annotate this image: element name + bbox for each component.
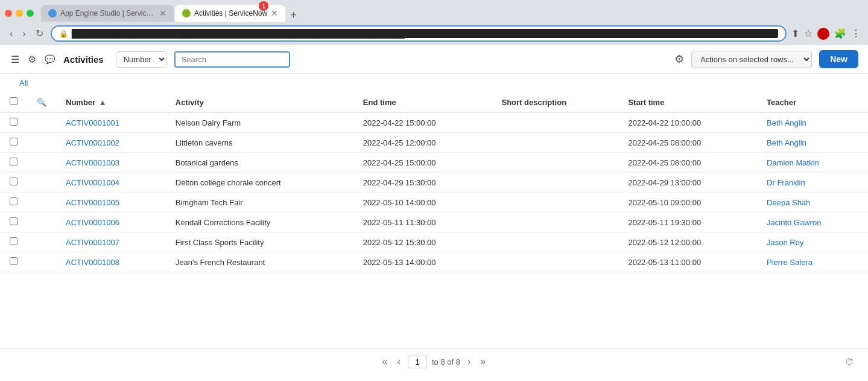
- teacher-link-2[interactable]: Damion Matkin: [767, 158, 819, 167]
- browser-tab-activities[interactable]: Activities | ServiceNow 1 ✕: [175, 5, 285, 22]
- teacher-link-7[interactable]: Pierre Salera: [767, 258, 813, 267]
- bookmark-icon[interactable]: ☆: [804, 28, 813, 39]
- row-teacher-3: Dr Franklin: [757, 173, 868, 193]
- row-checkbox-6[interactable]: [10, 237, 17, 245]
- row-end-time-4: 2022-05-10 14:00:00: [353, 193, 492, 213]
- row-checkbox-5[interactable]: [10, 217, 17, 225]
- row-checkbox-1[interactable]: [10, 138, 17, 146]
- browser-window-controls: [5, 10, 34, 17]
- back-button[interactable]: ‹: [7, 27, 15, 40]
- row-activity-0: Nelson Dairy Farm: [166, 112, 353, 133]
- teacher-link-4[interactable]: Deepa Shah: [767, 198, 810, 207]
- row-number-0: ACTIV0001001: [56, 112, 166, 133]
- teacher-link-3[interactable]: Dr Franklin: [767, 178, 805, 187]
- row-number-5: ACTIV0001006: [56, 213, 166, 232]
- row-end-time-1: 2022-04-25 12:00:00: [353, 133, 492, 153]
- row-checkbox-3[interactable]: [10, 178, 17, 185]
- extensions-icon[interactable]: 🧩: [834, 28, 846, 39]
- last-page-button[interactable]: »: [478, 355, 488, 368]
- teacher-link-6[interactable]: Jason Roy: [767, 238, 803, 247]
- row-end-time-0: 2022-04-22 15:00:00: [353, 112, 492, 133]
- teacher-link-0[interactable]: Beth Anglin: [767, 118, 806, 127]
- number-link-3[interactable]: ACTIV0001004: [66, 178, 119, 187]
- row-search-cell-5: [27, 213, 56, 232]
- number-link-6[interactable]: ACTIV0001007: [66, 238, 119, 247]
- address-bar[interactable]: 🔒 ██████████████████████████████████████…: [51, 25, 787, 42]
- browser-tab-appengine[interactable]: App Engine Studio | ServiceNo... ✕: [41, 5, 174, 22]
- close-window-button[interactable]: [5, 10, 12, 17]
- forward-button[interactable]: ›: [20, 27, 28, 40]
- row-search-cell-1: [27, 133, 56, 153]
- teacher-link-5[interactable]: Jacinto Gawron: [767, 218, 821, 227]
- col-end-time-label: End time: [363, 98, 396, 107]
- row-checkbox-7[interactable]: [10, 257, 17, 265]
- col-activity: Activity: [166, 92, 353, 112]
- row-start-time-1: 2022-04-25 08:00:00: [618, 133, 757, 153]
- search-input[interactable]: [174, 51, 290, 68]
- row-search-cell-0: [27, 112, 56, 133]
- maximize-window-button[interactable]: [27, 10, 34, 17]
- row-activity-5: Kendall Corrections Facility: [166, 213, 353, 232]
- filter-field-select[interactable]: Number: [116, 51, 167, 68]
- all-filter-link[interactable]: All: [10, 76, 37, 90]
- filter-icon-button[interactable]: ⚙: [27, 53, 37, 66]
- row-number-1: ACTIV0001002: [56, 133, 166, 153]
- row-checkbox-cell: [0, 193, 27, 213]
- number-link-0[interactable]: ACTIV0001001: [66, 118, 119, 127]
- prev-page-button[interactable]: ‹: [395, 355, 403, 368]
- number-link-5[interactable]: ACTIV0001006: [66, 218, 119, 227]
- teacher-link-1[interactable]: Beth Anglin: [767, 138, 806, 147]
- table-row: ACTIV0001006 Kendall Corrections Facilit…: [0, 213, 868, 232]
- col-teacher: Teacher: [757, 92, 868, 112]
- search-col-header: 🔍: [27, 92, 56, 112]
- col-start-time: Start time: [618, 92, 757, 112]
- tab-title-appengine: App Engine Studio | ServiceNo...: [60, 9, 156, 18]
- col-number[interactable]: Number ▲: [56, 92, 166, 112]
- search-col-icon[interactable]: 🔍: [37, 98, 46, 107]
- row-activity-2: Botanical gardens: [166, 153, 353, 173]
- row-checkbox-4[interactable]: [10, 197, 17, 205]
- new-tab-button[interactable]: +: [287, 9, 300, 22]
- browser-chrome: App Engine Studio | ServiceNo... ✕ Activ…: [0, 0, 868, 45]
- row-short-desc-1: [492, 133, 618, 153]
- chat-icon-button[interactable]: 💬: [43, 53, 56, 65]
- browser-toolbar: ‹ › ↻ 🔒 ████████████████████████████████…: [0, 22, 868, 45]
- activities-table: 🔍 Number ▲ Activity End time Short descr…: [0, 92, 868, 272]
- number-link-7[interactable]: ACTIV0001008: [66, 258, 119, 267]
- browser-menu-icon[interactable]: ⋮: [851, 28, 861, 39]
- number-link-1[interactable]: ACTIV0001002: [66, 138, 119, 147]
- row-start-time-4: 2022-05-10 09:00:00: [618, 193, 757, 213]
- row-start-time-0: 2022-04-22 10:00:00: [618, 112, 757, 133]
- hamburger-menu-button[interactable]: ☰: [10, 53, 21, 66]
- row-start-time-2: 2022-04-25 08:00:00: [618, 153, 757, 173]
- row-teacher-5: Jacinto Gawron: [757, 213, 868, 232]
- url-text[interactable]: ████████████████████████████████████████…: [72, 29, 778, 38]
- page-number-input[interactable]: [408, 356, 427, 368]
- col-end-time: End time: [353, 92, 492, 112]
- topbar-icons: ☰ ⚙ 💬: [10, 53, 56, 66]
- row-short-desc-3: [492, 173, 618, 193]
- new-button[interactable]: New: [819, 50, 858, 68]
- row-end-time-7: 2022-05-13 14:00:00: [353, 252, 492, 272]
- row-checkbox-0[interactable]: [10, 118, 17, 126]
- row-checkbox-cell: [0, 213, 27, 232]
- next-page-button[interactable]: ›: [465, 355, 473, 368]
- actions-dropdown[interactable]: Actions on selected rows...: [691, 51, 812, 68]
- share-icon[interactable]: ⬆: [791, 28, 799, 39]
- table-header: 🔍 Number ▲ Activity End time Short descr…: [0, 92, 868, 112]
- profile-avatar[interactable]: [817, 28, 829, 40]
- first-page-button[interactable]: «: [380, 355, 390, 368]
- number-link-2[interactable]: ACTIV0001003: [66, 158, 119, 167]
- settings-gear-icon[interactable]: ⚙: [674, 53, 684, 66]
- row-checkbox-cell: [0, 153, 27, 173]
- minimize-window-button[interactable]: [16, 10, 23, 17]
- select-all-checkbox[interactable]: [10, 97, 17, 105]
- row-teacher-7: Pierre Salera: [757, 252, 868, 272]
- tab-close-activities[interactable]: ✕: [271, 8, 278, 18]
- number-link-4[interactable]: ACTIV0001005: [66, 198, 119, 207]
- row-checkbox-2[interactable]: [10, 158, 17, 165]
- reload-button[interactable]: ↻: [33, 27, 46, 40]
- table-row: ACTIV0001008 Jean's French Restaurant 20…: [0, 252, 868, 272]
- tab-close-appengine[interactable]: ✕: [159, 8, 166, 18]
- table-row: ACTIV0001004 Delton college chorale conc…: [0, 173, 868, 193]
